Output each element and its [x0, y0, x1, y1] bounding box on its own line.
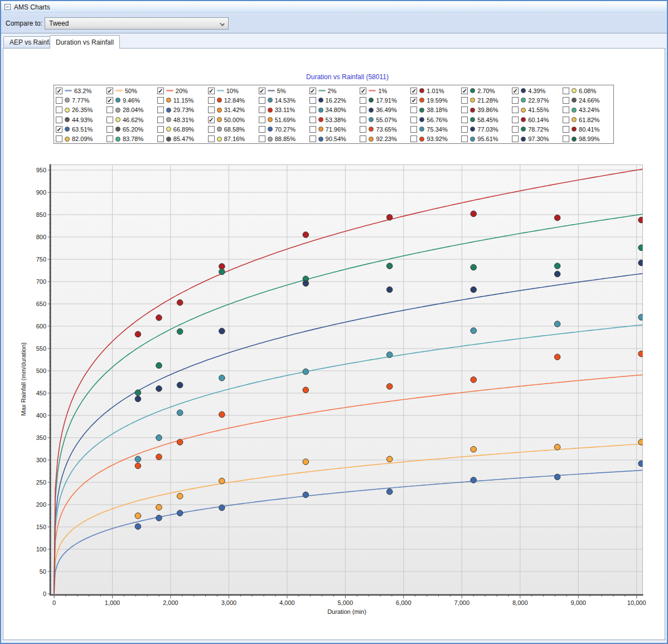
legend-checkbox[interactable]	[563, 97, 569, 104]
legend-checkbox[interactable]	[410, 126, 417, 133]
legend-item[interactable]: ✓1%	[360, 88, 410, 94]
legend-item[interactable]: 11.15%	[157, 97, 208, 104]
legend-checkbox[interactable]	[461, 135, 468, 142]
legend-item[interactable]: 22.97%	[512, 97, 563, 104]
legend-checkbox[interactable]	[157, 106, 164, 113]
legend-checkbox[interactable]	[563, 135, 569, 142]
legend-item[interactable]: 29.73%	[157, 106, 208, 113]
legend-item[interactable]: 51.69%	[259, 117, 309, 123]
legend-checkbox[interactable]	[410, 117, 417, 123]
legend-item[interactable]: ✓20%	[157, 88, 208, 94]
legend-checkbox[interactable]	[563, 126, 569, 133]
legend-item[interactable]: 7.77%	[56, 97, 107, 104]
legend-item[interactable]: 26.35%	[56, 106, 107, 113]
legend-item[interactable]: 97.30%	[512, 135, 563, 142]
legend-checkbox[interactable]	[512, 126, 519, 133]
compare-select[interactable]: Tweed	[45, 17, 229, 30]
legend-checkbox[interactable]	[107, 117, 113, 123]
legend-checkbox[interactable]: ✓	[208, 117, 215, 123]
legend-item[interactable]: 48.31%	[157, 117, 208, 123]
legend-checkbox[interactable]: ✓	[107, 97, 113, 104]
legend-item[interactable]: 68.58%	[208, 126, 259, 133]
legend-checkbox[interactable]	[512, 135, 519, 142]
legend-checkbox[interactable]	[107, 135, 113, 142]
legend-item[interactable]: 39.86%	[461, 106, 512, 113]
legend-checkbox[interactable]	[309, 106, 316, 113]
legend-checkbox[interactable]	[360, 97, 366, 104]
legend-checkbox[interactable]	[208, 126, 215, 133]
legend-checkbox[interactable]	[360, 106, 366, 113]
legend-checkbox[interactable]	[259, 126, 265, 133]
legend-checkbox[interactable]	[461, 126, 468, 133]
legend-checkbox[interactable]: ✓	[410, 88, 417, 94]
legend-checkbox[interactable]: ✓	[56, 88, 62, 94]
legend-checkbox[interactable]: ✓	[107, 88, 113, 94]
legend-item[interactable]: ✓50%	[107, 88, 157, 94]
legend-checkbox[interactable]	[259, 97, 265, 104]
legend-item[interactable]: 85.47%	[157, 135, 208, 142]
legend-item[interactable]: 38.18%	[410, 106, 461, 113]
tab-duration-vs-rainfall[interactable]: Duration vs Rainfall	[50, 35, 120, 49]
legend-item[interactable]: 16.22%	[309, 97, 360, 104]
legend-checkbox[interactable]	[410, 106, 417, 113]
legend-item[interactable]: 87.16%	[208, 135, 259, 142]
legend-item[interactable]: 24.66%	[563, 97, 613, 104]
legend-checkbox[interactable]	[259, 117, 265, 123]
legend-checkbox[interactable]: ✓	[56, 126, 62, 133]
legend-item[interactable]: ✓10%	[208, 88, 259, 94]
legend-item[interactable]: ✓1.01%	[410, 88, 461, 94]
legend-checkbox[interactable]	[461, 117, 468, 123]
legend-checkbox[interactable]: ✓	[360, 88, 366, 94]
legend-item[interactable]: 93.92%	[410, 135, 461, 142]
legend-checkbox[interactable]	[410, 135, 417, 142]
legend-checkbox[interactable]	[309, 97, 316, 104]
legend-item[interactable]: 66.89%	[157, 126, 208, 133]
legend-checkbox[interactable]	[259, 106, 265, 113]
legend-checkbox[interactable]: ✓	[309, 88, 316, 94]
legend-item[interactable]: 28.04%	[107, 106, 157, 113]
legend-item[interactable]: 55.07%	[360, 117, 410, 123]
legend-checkbox[interactable]: ✓	[410, 97, 417, 104]
legend-item[interactable]: 92.23%	[360, 135, 410, 142]
legend-checkbox[interactable]	[309, 117, 316, 123]
legend-item[interactable]: ✓63.2%	[56, 88, 107, 94]
legend-item[interactable]: 41.55%	[512, 106, 563, 113]
legend-checkbox[interactable]	[107, 106, 113, 113]
legend-checkbox[interactable]	[512, 97, 519, 104]
legend-item[interactable]: 46.62%	[107, 117, 157, 123]
legend-item[interactable]: 56.76%	[410, 117, 461, 123]
legend-item[interactable]: 75.34%	[410, 126, 461, 133]
legend-checkbox[interactable]	[563, 106, 569, 113]
legend-item[interactable]: 77.03%	[461, 126, 512, 133]
legend-checkbox[interactable]	[56, 97, 62, 104]
legend-item[interactable]: 14.53%	[259, 97, 309, 104]
legend-item[interactable]: 98.99%	[563, 135, 613, 142]
legend-item[interactable]: 53.38%	[309, 117, 360, 123]
legend-checkbox[interactable]	[309, 126, 316, 133]
legend-checkbox[interactable]	[56, 135, 62, 142]
legend-item[interactable]: ✓9.46%	[107, 97, 157, 104]
legend-checkbox[interactable]	[360, 135, 366, 142]
legend-item[interactable]: ✓2.70%	[461, 88, 512, 94]
legend-checkbox[interactable]: ✓	[259, 88, 265, 94]
legend-item[interactable]: 34.80%	[309, 106, 360, 113]
legend-item[interactable]: 60.14%	[512, 117, 563, 123]
legend-checkbox[interactable]	[512, 106, 519, 113]
legend-checkbox[interactable]	[360, 126, 366, 133]
legend-item[interactable]: 43.24%	[563, 106, 613, 113]
legend-checkbox[interactable]	[208, 135, 215, 142]
legend-item[interactable]: 65.20%	[107, 126, 157, 133]
legend-item[interactable]: ✓2%	[309, 88, 360, 94]
legend-checkbox[interactable]: ✓	[461, 88, 468, 94]
legend-checkbox[interactable]: ✓	[208, 88, 215, 94]
legend-checkbox[interactable]	[563, 117, 569, 123]
legend-checkbox[interactable]: ✓	[512, 88, 519, 94]
legend-item[interactable]: ✓19.59%	[410, 97, 461, 104]
legend-item[interactable]: 95.61%	[461, 135, 512, 142]
legend-item[interactable]: 31.42%	[208, 106, 259, 113]
legend-checkbox[interactable]: ✓	[157, 88, 164, 94]
legend-item[interactable]: 71.96%	[309, 126, 360, 133]
legend-item[interactable]: 44.93%	[56, 117, 107, 123]
legend-item[interactable]: 33.11%	[259, 106, 309, 113]
legend-checkbox[interactable]	[157, 126, 164, 133]
